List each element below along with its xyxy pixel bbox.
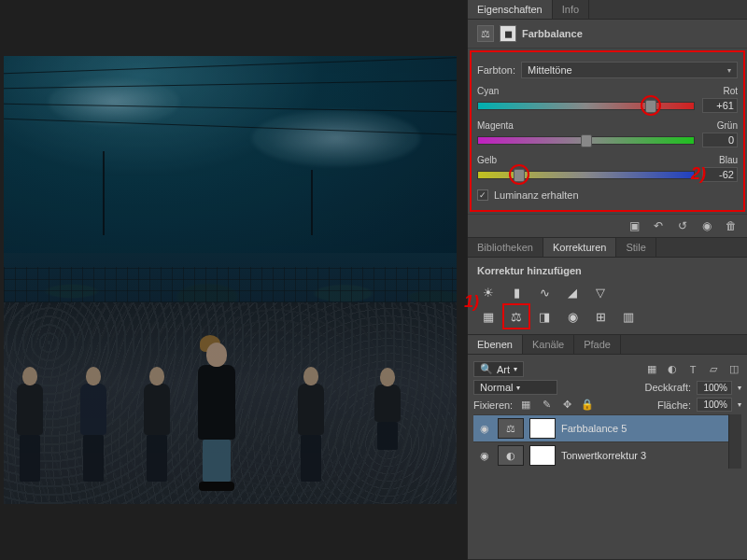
properties-panel: Eigenschaften Info ⚖ ◼ Farbbalance Farbt…	[468, 0, 747, 238]
eye-icon[interactable]: ◉	[477, 450, 492, 462]
deckkraft-value[interactable]: 100%	[697, 381, 732, 395]
farbton-value: Mitteltöne	[528, 64, 572, 76]
properties-title: Farbbalance	[522, 28, 583, 39]
trash-icon[interactable]: 🗑	[723, 218, 740, 233]
tab-korrekturen[interactable]: Korrekturen	[543, 238, 616, 257]
layer-adj-thumb[interactable]: ⚖	[498, 418, 524, 439]
canvas-area	[0, 0, 467, 560]
adj-lut-icon[interactable]: ▥	[617, 306, 640, 327]
label-cyan: Cyan	[477, 86, 499, 96]
filter-image-icon[interactable]: ▦	[644, 363, 659, 376]
reset-icon[interactable]: ↺	[674, 218, 691, 233]
tab-ebenen[interactable]: Ebenen	[468, 335, 523, 354]
slider-thumb-mg[interactable]	[581, 134, 592, 147]
clip-icon[interactable]: ▣	[626, 218, 642, 233]
lock-trans-icon[interactable]: ▦	[518, 399, 533, 412]
layer-row[interactable]: ◉ ⚖ Farbbalance 5	[473, 414, 728, 441]
layer-name[interactable]: Farbbalance 5	[561, 423, 627, 434]
adj-bw-icon[interactable]: ◨	[533, 306, 556, 327]
slider-gelb-blau[interactable]	[477, 171, 695, 179]
tab-stile[interactable]: Stile	[616, 238, 655, 257]
adj-channelmixer-icon[interactable]: ⊞	[589, 306, 612, 327]
value-magenta-gruen[interactable]: 0	[702, 133, 738, 147]
adj-levels-icon[interactable]: ▮	[505, 282, 528, 302]
luminanz-label: Luminanz erhalten	[494, 189, 579, 201]
eye-icon[interactable]: ◉	[477, 423, 492, 435]
dropdown-arrow-icon: ▾	[727, 66, 731, 75]
slider-magenta-gruen[interactable]	[477, 136, 695, 145]
adj-brightness-icon[interactable]: ☀	[477, 282, 500, 302]
layer-name[interactable]: Tonwertkorrektur 3	[561, 450, 646, 461]
filter-adj-icon[interactable]: ◐	[665, 363, 680, 376]
label-magenta: Magenta	[477, 120, 514, 131]
prev-icon[interactable]: ↶	[650, 218, 667, 233]
balance-icon: ⚖	[477, 25, 494, 42]
label-gruen: Grün	[717, 120, 738, 131]
adj-exposure-icon[interactable]: ◢	[561, 282, 584, 302]
slider-thumb-cr[interactable]	[645, 100, 656, 113]
farbton-dropdown[interactable]: Mitteltöne ▾	[521, 62, 738, 78]
document-image[interactable]	[4, 56, 457, 504]
tab-bibliotheken[interactable]: Bibliotheken	[468, 238, 543, 257]
scrollbar[interactable]	[728, 414, 741, 469]
slider-cyan-rot[interactable]	[477, 102, 695, 110]
value-gelb-blau[interactable]: -62	[702, 167, 738, 182]
filter-shape-icon[interactable]: ▱	[706, 363, 721, 376]
tab-info[interactable]: Info	[553, 0, 589, 19]
layer-row[interactable]: ◉ ◐ Tonwertkorrektur 3	[473, 441, 728, 469]
label-blau: Blau	[719, 155, 738, 165]
flaeche-label: Fläche:	[657, 399, 691, 411]
lock-pixels-icon[interactable]: ✎	[539, 399, 554, 412]
deckkraft-label: Deckkraft:	[644, 382, 691, 393]
lock-all-icon[interactable]: 🔒	[580, 399, 595, 412]
tab-kanaele[interactable]: Kanäle	[523, 335, 574, 354]
label-rot: Rot	[723, 86, 738, 96]
adj-curves-icon[interactable]: ∿	[533, 282, 556, 302]
layer-mask-thumb[interactable]	[529, 445, 556, 466]
adj-colorbalance-icon[interactable]: ⚖	[505, 306, 528, 327]
farbton-label: Farbton:	[477, 64, 515, 76]
visibility-icon[interactable]: ◉	[698, 218, 715, 233]
layers-panel: Ebenen Kanäle Pfade 🔍Art▾ ▦ ◐ T ▱ ◫ Norm…	[468, 335, 747, 560]
layer-filter-dropdown[interactable]: 🔍Art▾	[473, 361, 524, 377]
layer-mask-thumb[interactable]	[529, 418, 556, 439]
adj-hue-icon[interactable]: ▦	[477, 306, 500, 327]
lock-pos-icon[interactable]: ✥	[559, 399, 574, 412]
value-cyan-rot[interactable]: +61	[702, 98, 738, 113]
filter-smart-icon[interactable]: ◫	[726, 363, 741, 376]
adj-photofilter-icon[interactable]: ◉	[561, 306, 584, 327]
panels-column: Eigenschaften Info ⚖ ◼ Farbbalance Farbt…	[467, 0, 747, 560]
annotation-box-2: Farbton: Mitteltöne ▾ CyanRot +61	[470, 50, 745, 212]
fixieren-label: Fixieren:	[473, 399, 513, 411]
mask-icon: ◼	[500, 25, 516, 42]
layer-adj-thumb[interactable]: ◐	[498, 445, 524, 466]
flaeche-value[interactable]: 100%	[697, 398, 732, 412]
tab-pfade[interactable]: Pfade	[574, 335, 621, 354]
filter-type-icon[interactable]: T	[685, 363, 700, 376]
tab-eigenschaften[interactable]: Eigenschaften	[468, 0, 553, 19]
label-gelb: Gelb	[477, 155, 497, 165]
blend-mode-dropdown[interactable]: Normal▾	[473, 380, 557, 395]
luminanz-checkbox[interactable]: ✓	[477, 189, 488, 201]
slider-thumb-yb[interactable]	[514, 169, 525, 182]
adj-vibrance-icon[interactable]: ▽	[589, 282, 612, 302]
adjustments-panel: Bibliotheken Korrekturen Stile Korrektur…	[468, 238, 747, 335]
korrektur-heading: Korrektur hinzufügen	[477, 265, 738, 276]
